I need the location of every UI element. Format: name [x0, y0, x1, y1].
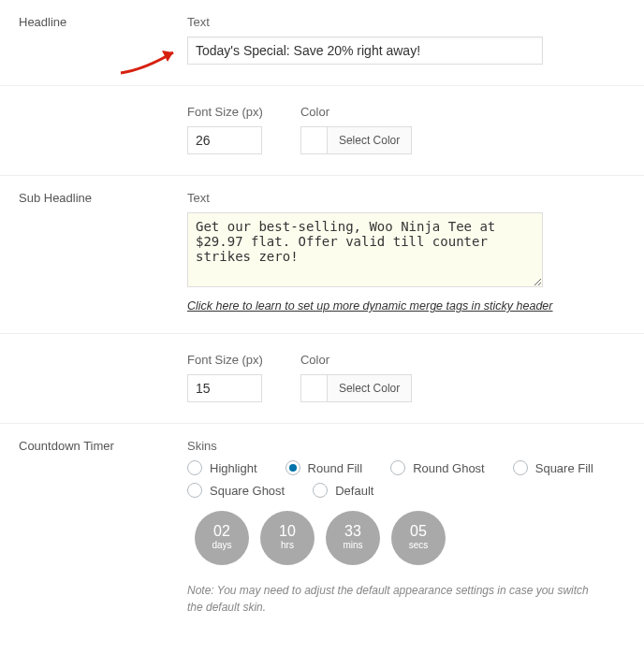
headline-text-label: Text: [187, 15, 625, 29]
headline-color-label: Color: [300, 105, 412, 119]
timer-value: 33: [344, 524, 361, 539]
countdown-preview: 02 days 10 hrs 33 mins 05 secs: [195, 511, 625, 565]
skin-label: Round Fill: [308, 461, 363, 475]
radio-icon: [313, 483, 328, 498]
skin-option-highlight[interactable]: Highlight: [187, 460, 257, 475]
headline-text-input[interactable]: [187, 36, 543, 65]
skin-label: Square Fill: [535, 461, 593, 475]
radio-icon: [285, 460, 300, 475]
timer-unit: secs: [409, 539, 429, 552]
radio-icon: [513, 460, 528, 475]
color-swatch-icon: [301, 127, 328, 153]
radio-icon: [187, 483, 202, 498]
subheadline-fontsize-input[interactable]: [187, 374, 262, 402]
subheadline-fontsize-label: Font Size (px): [187, 353, 263, 367]
radio-icon: [187, 460, 202, 475]
headline-section-label: Headline: [19, 15, 187, 65]
timer-value: 05: [410, 524, 427, 539]
timer-mins: 33 mins: [326, 511, 380, 565]
headline-fontsize-label: Font Size (px): [187, 105, 263, 119]
skin-option-round-ghost[interactable]: Round Ghost: [390, 460, 485, 475]
skin-option-square-fill[interactable]: Square Fill: [513, 460, 593, 475]
skin-label: Highlight: [210, 461, 257, 475]
subheadline-text-input[interactable]: [187, 212, 543, 287]
radio-icon: [390, 460, 405, 475]
countdown-section-label: Countdown Timer: [19, 439, 187, 616]
timer-unit: mins: [343, 539, 362, 552]
timer-value: 10: [279, 524, 296, 539]
headline-fontsize-input[interactable]: [187, 126, 262, 154]
subheadline-color-label: Color: [300, 353, 412, 367]
timer-hrs: 10 hrs: [260, 511, 315, 565]
skin-label: Default: [335, 484, 373, 498]
timer-days: 02 days: [195, 511, 249, 565]
timer-value: 02: [213, 524, 230, 539]
skin-option-default[interactable]: Default: [313, 483, 373, 498]
headline-select-color-button[interactable]: Select Color: [328, 127, 411, 153]
skin-option-round-fill[interactable]: Round Fill: [285, 460, 363, 475]
subheadline-section-label: Sub Headline: [19, 191, 187, 312]
subheadline-text-label: Text: [187, 191, 625, 205]
skin-option-square-ghost[interactable]: Square Ghost: [187, 483, 285, 498]
headline-color-picker[interactable]: Select Color: [300, 126, 412, 154]
subheadline-color-picker[interactable]: Select Color: [300, 374, 412, 402]
timer-unit: days: [212, 539, 231, 552]
color-swatch-icon: [301, 375, 328, 401]
skin-label: Square Ghost: [210, 484, 285, 498]
skin-label: Round Ghost: [413, 461, 485, 475]
merge-tags-help-link[interactable]: Click here to learn to set up more dynam…: [187, 299, 552, 312]
timer-unit: hrs: [281, 539, 294, 552]
skin-note: Note: You may need to adjust the default…: [187, 582, 599, 616]
skins-label: Skins: [187, 439, 625, 453]
timer-secs: 05 secs: [391, 511, 446, 565]
subheadline-select-color-button[interactable]: Select Color: [328, 375, 411, 401]
